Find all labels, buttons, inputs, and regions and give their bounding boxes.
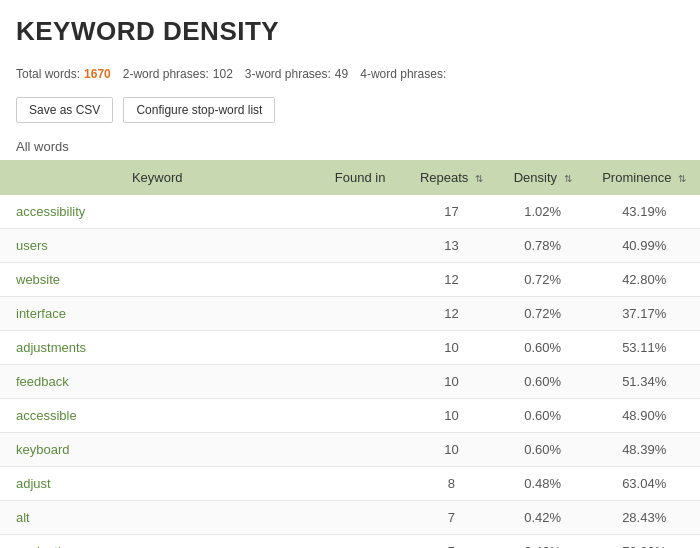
cell-keyword: alt [0,501,314,535]
cell-found-in [314,399,405,433]
table-row: keyboard100.60%48.39% [0,433,700,467]
cell-density: 0.48% [497,467,588,501]
cell-density: 0.60% [497,331,588,365]
cell-repeats: 13 [406,229,497,263]
cell-density: 0.60% [497,399,588,433]
four-word-stat: 4-word phrases: [360,67,446,81]
two-word-value: 102 [213,67,233,81]
cell-repeats: 10 [406,433,497,467]
cell-prominence: 63.04% [588,467,700,501]
cell-found-in [314,467,405,501]
th-density[interactable]: Density ⇅ [497,160,588,195]
repeats-sort-icon[interactable]: ⇅ [475,173,483,184]
two-word-label: 2-word phrases: [123,67,209,81]
three-word-value: 49 [335,67,348,81]
table-body: accessibility171.02%43.19%users130.78%40… [0,195,700,548]
keyword-link[interactable]: website [16,272,60,287]
cell-density: 0.72% [497,263,588,297]
cell-found-in [314,331,405,365]
cell-repeats: 10 [406,365,497,399]
keyword-link[interactable]: accessible [16,408,77,423]
keyword-link[interactable]: navigation [16,544,75,548]
cell-prominence: 37.17% [588,297,700,331]
total-words-value: 1670 [84,67,111,81]
cell-keyword: navigation [0,535,314,549]
cell-repeats: 8 [406,467,497,501]
cell-keyword: adjustments [0,331,314,365]
save-csv-button[interactable]: Save as CSV [16,97,113,123]
cell-found-in [314,263,405,297]
cell-density: 0.72% [497,297,588,331]
cell-found-in [314,297,405,331]
cell-prominence: 43.19% [588,195,700,229]
page-header: KEYWORD DENSITY Total words: 1670 2-word… [0,0,700,89]
cell-prominence: 40.99% [588,229,700,263]
table-row: website120.72%42.80% [0,263,700,297]
cell-density: 0.60% [497,365,588,399]
cell-keyword: users [0,229,314,263]
three-word-stat: 3-word phrases: 49 [245,67,348,81]
cell-repeats: 12 [406,263,497,297]
table-row: accessible100.60%48.90% [0,399,700,433]
th-prominence[interactable]: Prominence ⇅ [588,160,700,195]
table-row: users130.78%40.99% [0,229,700,263]
cell-repeats: 10 [406,399,497,433]
cell-found-in [314,195,405,229]
cell-keyword: accessible [0,399,314,433]
prominence-sort-icon[interactable]: ⇅ [678,173,686,184]
cell-prominence: 42.80% [588,263,700,297]
keyword-link[interactable]: alt [16,510,30,525]
table-header: Keyword Found in Repeats ⇅ Density ⇅ Pro… [0,160,700,195]
cell-found-in [314,535,405,549]
cell-repeats: 10 [406,331,497,365]
cell-density: 1.02% [497,195,588,229]
configure-stopword-button[interactable]: Configure stop-word list [123,97,275,123]
table-row: feedback100.60%51.34% [0,365,700,399]
cell-keyword: website [0,263,314,297]
cell-prominence: 51.34% [588,365,700,399]
table-row: navigation70.42%76.90% [0,535,700,549]
cell-density: 0.78% [497,229,588,263]
table-row: accessibility171.02%43.19% [0,195,700,229]
cell-prominence: 28.43% [588,501,700,535]
keyword-link[interactable]: adjustments [16,340,86,355]
table-row: adjust80.48%63.04% [0,467,700,501]
keyword-link[interactable]: feedback [16,374,69,389]
cell-keyword: feedback [0,365,314,399]
cell-repeats: 7 [406,501,497,535]
th-keyword: Keyword [0,160,314,195]
th-found-in: Found in [314,160,405,195]
keyword-link[interactable]: keyboard [16,442,69,457]
cell-keyword: keyboard [0,433,314,467]
three-word-label: 3-word phrases: [245,67,331,81]
table-row: alt70.42%28.43% [0,501,700,535]
cell-repeats: 17 [406,195,497,229]
keyword-link[interactable]: interface [16,306,66,321]
keyword-table: Keyword Found in Repeats ⇅ Density ⇅ Pro… [0,160,700,548]
section-label: All words [0,135,700,160]
keyword-link[interactable]: accessibility [16,204,85,219]
cell-keyword: accessibility [0,195,314,229]
keyword-link[interactable]: adjust [16,476,51,491]
two-word-stat: 2-word phrases: 102 [123,67,233,81]
table-row: adjustments100.60%53.11% [0,331,700,365]
cell-keyword: interface [0,297,314,331]
density-sort-icon[interactable]: ⇅ [564,173,572,184]
cell-found-in [314,365,405,399]
keyword-link[interactable]: users [16,238,48,253]
page-title: KEYWORD DENSITY [16,16,279,47]
cell-prominence: 48.90% [588,399,700,433]
cell-found-in [314,501,405,535]
stats-bar: Total words: 1670 2-word phrases: 102 3-… [16,67,446,81]
cell-found-in [314,433,405,467]
total-words-stat: Total words: 1670 [16,67,111,81]
total-words-label: Total words: [16,67,80,81]
toolbar: Save as CSV Configure stop-word list [0,89,700,135]
cell-repeats: 12 [406,297,497,331]
keyword-table-container: Keyword Found in Repeats ⇅ Density ⇅ Pro… [0,160,700,548]
cell-density: 0.42% [497,535,588,549]
cell-density: 0.60% [497,433,588,467]
cell-found-in [314,229,405,263]
th-repeats[interactable]: Repeats ⇅ [406,160,497,195]
cell-prominence: 53.11% [588,331,700,365]
